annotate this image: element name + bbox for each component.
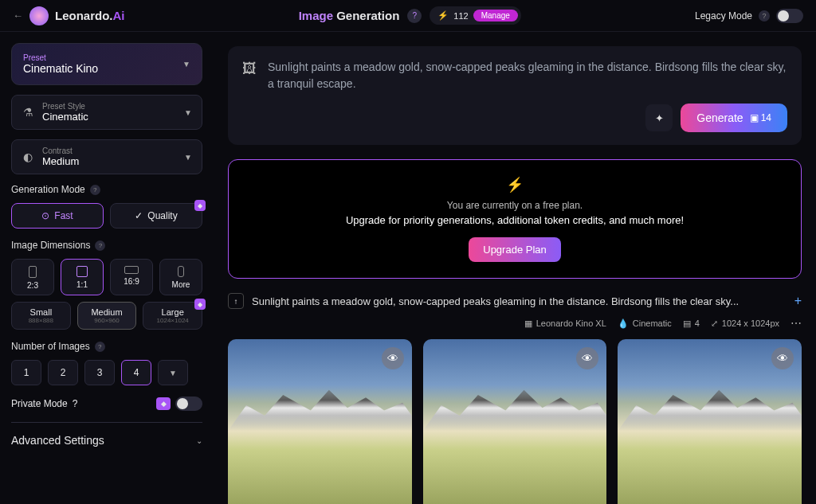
result-image-1[interactable]: 👁 [228,339,412,504]
add-button[interactable]: + [794,294,802,308]
upload-icon[interactable]: ↑ [228,293,244,309]
chevron-down-icon: ⌄ [196,436,202,445]
credits-icon: ⚡ [437,10,449,21]
result-image-2[interactable]: 👁 [423,339,607,504]
premium-badge-icon: ◆ [156,397,171,410]
upgrade-banner: ⚡ You are currently on a free plan. Upgr… [228,159,802,279]
result-prompt: Sunlight paints a meadow gold, snow-capp… [252,295,787,307]
prompt-card: 🖼 Sunlight paints a meadow gold, snow-ca… [228,46,802,145]
preview-icon[interactable]: 👁 [382,347,404,369]
result-thumbnails: 👁 👁 👁 [228,339,802,504]
bolt-icon: ⚡ [245,176,785,193]
private-mode-toggle[interactable] [175,397,202,411]
contrast-selector[interactable]: ◐ Contrast Medium ▼ [11,139,202,174]
brand-suffix: Ai [113,9,125,22]
style-eyebrow: Preset Style [42,102,88,111]
contrast-icon: ◐ [22,150,34,163]
more-options-button[interactable]: ⋯ [790,317,802,330]
result-meta: ▦Leonardo Kino XL 💧Cinematic ▤4 ⤢1024 x … [228,317,802,330]
help-icon[interactable]: ? [95,342,105,352]
fast-mode-button[interactable]: ⊙ Fast [11,203,104,229]
num-2-button[interactable]: 2 [48,360,78,385]
preset-eyebrow: Preset [23,53,98,62]
back-arrow-icon[interactable]: ← [13,10,23,21]
chevron-down-icon: ▼ [184,153,192,162]
title-image-word: Image [299,9,333,22]
flask-icon: ⚗ [22,106,34,119]
result-header: ↑ Sunlight paints a meadow gold, snow-ca… [228,293,802,309]
header-center: Image Generation ? ⚡ 112 Manage [125,6,695,25]
sidebar: Preset Cinematic Kino ▼ ⚗ Preset Style C… [0,32,214,504]
manage-button[interactable]: Manage [473,10,518,21]
chevron-down-icon: ▼ [169,369,177,377]
generate-button[interactable]: Generate ▣ 14 [681,104,787,132]
help-icon[interactable]: ? [90,185,100,195]
credits-chip[interactable]: ⚡ 112 Manage [430,6,521,25]
help-icon[interactable]: ? [95,240,105,251]
token-icon: ▣ [750,112,759,123]
chevron-down-icon: ▼ [184,108,192,117]
preset-selector[interactable]: Preset Cinematic Kino ▼ [11,43,202,85]
number-of-images-label: Number of Images ? [11,341,202,352]
title-generation-word: Generation [336,9,399,22]
preset-value: Cinematic Kino [23,62,98,75]
generate-cost: ▣ 14 [750,112,771,123]
brand-name: Leonardo.Ai [55,9,125,22]
upgrade-plan-button[interactable]: Upgrade Plan [469,237,561,262]
chevron-down-icon: ▼ [182,60,190,68]
expand-icon: ⤢ [711,318,718,329]
num-1-button[interactable]: 1 [11,360,41,385]
meta-resolution: ⤢1024 x 1024px [711,318,779,329]
drop-icon: 💧 [618,318,629,329]
size-medium-button[interactable]: Medium 960×960 [77,302,137,330]
page-title: Image Generation [299,9,400,22]
size-large-button[interactable]: Large 1024×1024 ◆ [143,302,202,330]
main-content: 🖼 Sunlight paints a meadow gold, snow-ca… [214,32,816,504]
help-icon[interactable]: ? [73,398,78,409]
result-image-3[interactable]: 👁 [618,339,802,504]
app-header: ← Leonardo.Ai Image Generation ? ⚡ 112 M… [0,0,816,32]
prompt-input[interactable]: Sunlight paints a meadow gold, snow-capp… [268,59,787,92]
brand-prefix: Leonardo. [55,9,113,22]
upgrade-line2: Upgrade for priority generations, additi… [245,214,785,226]
ratio-1-1-button[interactable]: 1:1 [61,259,104,295]
legacy-help-icon[interactable]: ? [759,10,770,21]
ratio-2-3-button[interactable]: 2:3 [11,259,54,295]
advanced-settings-toggle[interactable]: Advanced Settings ⌄ [11,422,202,447]
meta-model: ▦Leonardo Kino XL [524,318,606,329]
image-dimensions-label: Image Dimensions ? [11,240,202,251]
model-icon: ▦ [524,318,532,329]
legacy-mode-toggle[interactable] [776,9,803,23]
upgrade-line1: You are currently on a free plan. [245,200,785,211]
meta-count: ▤4 [683,318,700,329]
quality-mode-button[interactable]: ✓ Quality ◆ [110,203,202,229]
num-4-button[interactable]: 4 [121,360,151,385]
avatar[interactable] [29,6,49,25]
premium-badge-icon: ◆ [194,299,206,310]
ratio-more-button[interactable]: More [159,259,202,295]
image-icon: 🖼 [242,61,257,77]
size-small-button[interactable]: Small 888×888 [11,302,71,330]
meta-style: 💧Cinematic [618,318,672,329]
private-mode-row: Private Mode ? ◆ [11,397,202,411]
legacy-mode-label: Legacy Mode [695,10,752,21]
preview-icon[interactable]: 👁 [576,347,598,369]
enhance-prompt-button[interactable]: ✦ [645,104,673,131]
num-3-button[interactable]: 3 [84,360,115,385]
contrast-value: Medium [42,155,79,167]
style-value: Cinematic [42,111,88,123]
preview-icon[interactable]: 👁 [771,347,794,369]
help-icon[interactable]: ? [407,9,422,23]
private-mode-label: Private Mode [11,398,68,409]
contrast-eyebrow: Contrast [42,147,79,155]
credits-count: 112 [453,11,468,21]
ratio-16-9-button[interactable]: 16:9 [110,259,153,295]
generation-mode-label: Generation Mode ? [11,184,202,195]
fast-icon: ⊙ [41,210,49,221]
quality-icon: ✓ [135,210,143,221]
preset-style-selector[interactable]: ⚗ Preset Style Cinematic ▼ [11,95,202,130]
header-right: Legacy Mode ? [695,9,803,23]
num-more-button[interactable]: ▼ [158,360,188,385]
premium-badge-icon: ◆ [194,200,206,211]
grid-icon: ▤ [683,318,691,329]
